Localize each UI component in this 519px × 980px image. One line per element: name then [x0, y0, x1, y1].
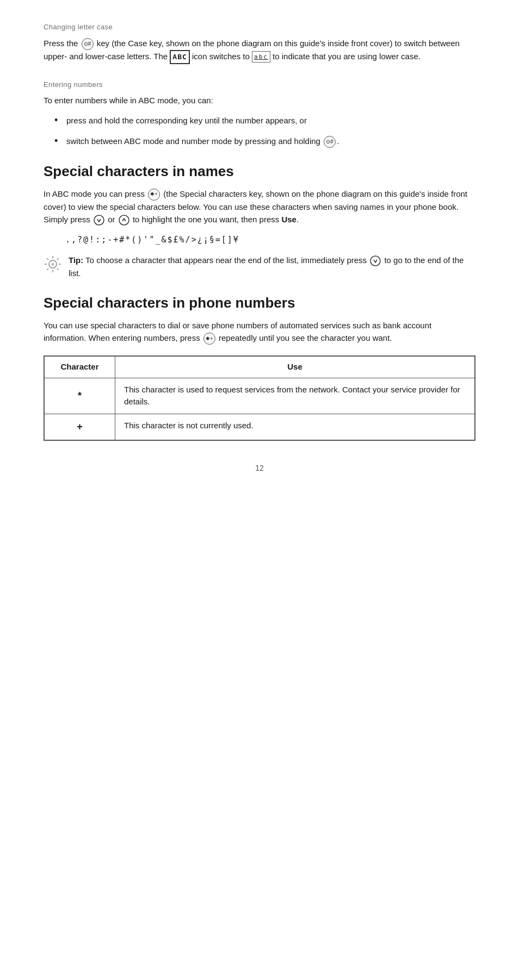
special-chars-display: .,?@!:;-+#*()'"_&$£%/>¿¡§=[]¥ — [65, 234, 475, 246]
entering-numbers-intro: To enter numbers while in ABC mode, you … — [44, 94, 475, 107]
characters-table-container: Character Use * This character is used t… — [44, 355, 475, 441]
table-row: + This character is not currently used. — [45, 414, 475, 440]
list-item-1: press and hold the corresponding key unt… — [54, 114, 475, 127]
table-cell-use-1: This character is used to request servic… — [115, 378, 475, 414]
nav-up-icon-1 — [118, 214, 130, 226]
section-heading-2: Entering numbers — [44, 79, 475, 90]
entering-numbers-section: Entering numbers To enter numbers while … — [44, 79, 475, 148]
table-row: * This character is used to request serv… — [45, 378, 475, 414]
svg-point-1 — [119, 215, 129, 225]
table-header-use: Use — [115, 357, 475, 378]
svg-point-0 — [94, 215, 104, 225]
table-body: * This character is used to request serv… — [45, 378, 475, 440]
page-number: 12 — [44, 463, 475, 474]
svg-point-13 — [370, 256, 380, 266]
special-key-icon-1: ✱+ — [148, 189, 160, 201]
tip-sun-icon — [44, 255, 62, 273]
table-cell-char-1: * — [45, 378, 115, 414]
nav-down-icon-2 — [369, 255, 381, 267]
changing-letter-case-text: Press the ⊙# key (the Case key, shown on… — [44, 37, 475, 64]
special-chars-phone-text: You can use special characters to dial o… — [44, 319, 475, 345]
tip-box: Tip: To choose a character that appears … — [44, 254, 475, 279]
special-chars-names-text: In ABC mode you can press ✱+ (the Specia… — [44, 188, 475, 226]
changing-letter-case-section: Changing letter case Press the ⊙# key (t… — [44, 22, 475, 64]
use-bold: Use — [281, 215, 296, 224]
svg-line-9 — [47, 269, 48, 270]
tip-text: Tip: To choose a character that appears … — [69, 254, 475, 279]
svg-line-6 — [47, 258, 48, 260]
special-chars-names-heading: Special characters in names — [44, 163, 475, 180]
svg-line-8 — [57, 258, 59, 260]
abc-small-icon: abc — [252, 51, 270, 63]
section-heading-1: Changing letter case — [44, 22, 475, 33]
characters-table: Character Use * This character is used t… — [44, 356, 475, 440]
entering-numbers-list: press and hold the corresponding key unt… — [54, 114, 475, 147]
list-item-2: switch between ABC mode and number mode … — [54, 135, 475, 148]
abc-bold-icon: ABC — [170, 50, 189, 64]
table-header-character: Character — [45, 357, 115, 378]
svg-line-7 — [57, 269, 59, 270]
list-item-2-text: switch between ABC mode and number mode … — [66, 136, 339, 146]
special-chars-phone-section: Special characters in phone numbers You … — [44, 295, 475, 441]
table-cell-use-2: This character is not currently used. — [115, 414, 475, 440]
special-chars-phone-heading: Special characters in phone numbers — [44, 295, 475, 311]
nav-down-icon-1 — [93, 214, 105, 226]
special-chars-names-section: Special characters in names In ABC mode … — [44, 163, 475, 279]
tip-label: Tip: — [69, 255, 83, 265]
list-item-1-text: press and hold the corresponding key unt… — [66, 116, 307, 125]
hold-key-icon: ⊙# — [324, 136, 336, 148]
table-cell-char-2: + — [45, 414, 115, 440]
special-key-icon-2: ✱+ — [203, 333, 215, 345]
table-header-row: Character Use — [45, 357, 475, 378]
case-key-icon: ⊙# — [82, 38, 94, 50]
